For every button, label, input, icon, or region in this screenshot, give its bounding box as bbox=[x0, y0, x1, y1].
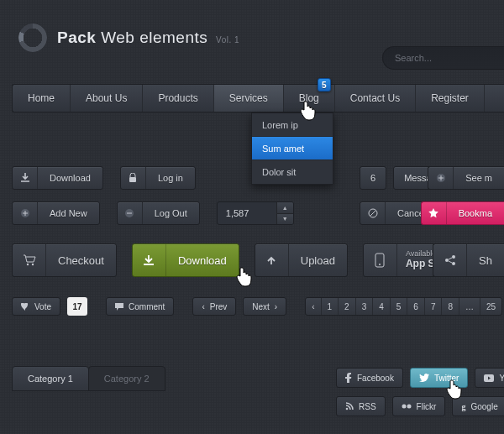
twitter-button[interactable]: Twitter bbox=[410, 368, 468, 388]
spinner-value: 1,587 bbox=[218, 202, 276, 224]
youtube-button[interactable]: Youtu bbox=[475, 368, 504, 388]
number-spinner[interactable]: 1,587 ▲ ▼ bbox=[217, 201, 294, 225]
message-count[interactable]: 6 bbox=[360, 166, 386, 190]
share-button[interactable]: Sh bbox=[433, 243, 504, 277]
login-button[interactable]: Log in bbox=[120, 166, 196, 190]
vote-count: 17 bbox=[67, 297, 87, 316]
flickr-button[interactable]: Flickr bbox=[392, 396, 446, 416]
vote-button[interactable]: Vote bbox=[12, 297, 60, 316]
pager-page[interactable]: 6 bbox=[407, 298, 425, 315]
page-title: Pack Web elements Vol. 1 bbox=[57, 29, 239, 47]
heart-icon bbox=[21, 303, 29, 311]
minus-circle-icon bbox=[118, 202, 143, 224]
download-icon bbox=[13, 167, 38, 189]
download-icon bbox=[133, 244, 166, 276]
pager-prev[interactable]: ‹ bbox=[306, 298, 321, 315]
category-tabs: Category 1 Category 2 bbox=[12, 366, 165, 391]
dropdown-item-1[interactable]: Sum amet bbox=[252, 137, 333, 160]
tab-category-2[interactable]: Category 2 bbox=[88, 366, 165, 391]
download-big-button[interactable]: Download bbox=[132, 243, 239, 277]
add-new-button[interactable]: Add New bbox=[12, 201, 100, 225]
google-button[interactable]: g Google bbox=[452, 396, 504, 416]
pager-page[interactable]: 1 bbox=[322, 298, 339, 315]
share-icon bbox=[433, 244, 467, 276]
spinner-up[interactable]: ▲ bbox=[277, 202, 293, 214]
chevron-right-icon: › bbox=[275, 302, 277, 311]
checkout-button[interactable]: Checkout bbox=[12, 243, 117, 277]
phone-icon bbox=[364, 244, 397, 276]
upload-icon bbox=[255, 244, 289, 276]
flickr-icon bbox=[402, 404, 412, 409]
google-icon: g bbox=[461, 402, 465, 411]
logo-ring-icon bbox=[18, 24, 47, 52]
twitter-icon bbox=[419, 374, 429, 382]
svg-point-9 bbox=[452, 255, 455, 259]
nav-home[interactable]: Home bbox=[13, 85, 71, 112]
pager-page[interactable]: 7 bbox=[425, 298, 443, 315]
nav-services[interactable]: Services bbox=[214, 85, 284, 112]
search-input[interactable]: Search... bbox=[382, 46, 504, 70]
see-more-button[interactable]: See m bbox=[428, 166, 504, 190]
spinner-down[interactable]: ▼ bbox=[277, 214, 293, 225]
comment-button[interactable]: Comment bbox=[106, 297, 174, 316]
blog-badge: 5 bbox=[318, 78, 331, 92]
logout-button[interactable]: Log Out bbox=[117, 201, 200, 225]
pager-page[interactable]: 3 bbox=[356, 298, 374, 315]
svg-point-6 bbox=[31, 264, 33, 265]
nav-register[interactable]: Register bbox=[416, 85, 485, 112]
pager-page[interactable]: 2 bbox=[339, 298, 356, 315]
svg-point-10 bbox=[445, 259, 449, 262]
dropdown-item-0[interactable]: Lorem ip bbox=[252, 113, 333, 137]
star-icon bbox=[422, 202, 447, 224]
rss-icon bbox=[345, 402, 354, 410]
pager: ‹ 1 2 3 4 5 6 7 8 … 25 bbox=[305, 297, 502, 316]
rss-button[interactable]: RSS bbox=[336, 396, 386, 416]
dropdown-item-2[interactable]: Dolor sit bbox=[252, 160, 333, 184]
comment-icon bbox=[115, 303, 123, 311]
plus-circle-icon bbox=[428, 167, 454, 189]
next-button[interactable]: Next › bbox=[243, 297, 286, 316]
pager-page[interactable]: 8 bbox=[442, 298, 459, 315]
lock-icon bbox=[121, 167, 146, 189]
services-dropdown: Lorem ip Sum amet Dolor sit bbox=[251, 112, 333, 185]
cancel-icon bbox=[360, 202, 386, 224]
nav-products[interactable]: Products bbox=[143, 85, 213, 112]
nav-contact[interactable]: Contact Us bbox=[335, 85, 416, 112]
svg-point-13 bbox=[346, 408, 349, 410]
plus-circle-icon bbox=[13, 202, 38, 224]
nav-about[interactable]: About Us bbox=[71, 85, 143, 112]
chevron-left-icon: ‹ bbox=[202, 302, 204, 311]
svg-rect-0 bbox=[129, 177, 136, 182]
svg-point-14 bbox=[402, 405, 406, 409]
facebook-button[interactable]: Facebook bbox=[336, 368, 403, 388]
svg-point-15 bbox=[407, 405, 411, 409]
tab-category-1[interactable]: Category 1 bbox=[12, 366, 89, 391]
svg-point-8 bbox=[379, 264, 381, 265]
facebook-icon bbox=[345, 373, 352, 383]
main-nav: Home About Us Products Services Blog 5 C… bbox=[12, 84, 504, 112]
pager-ellipsis: … bbox=[459, 298, 480, 315]
svg-point-5 bbox=[26, 264, 28, 265]
bookmark-button[interactable]: Bookma bbox=[421, 201, 504, 225]
pager-page-last[interactable]: 25 bbox=[480, 298, 501, 315]
youtube-icon bbox=[484, 374, 494, 382]
pager-page[interactable]: 5 bbox=[391, 298, 408, 315]
pager-page[interactable]: 4 bbox=[373, 298, 391, 315]
upload-button[interactable]: Upload bbox=[255, 243, 348, 277]
prev-button[interactable]: ‹ Prev bbox=[192, 297, 236, 316]
cart-icon bbox=[13, 244, 46, 276]
nav-blog[interactable]: Blog 5 bbox=[284, 85, 335, 112]
svg-point-11 bbox=[452, 262, 455, 265]
download-button[interactable]: Download bbox=[12, 166, 103, 190]
